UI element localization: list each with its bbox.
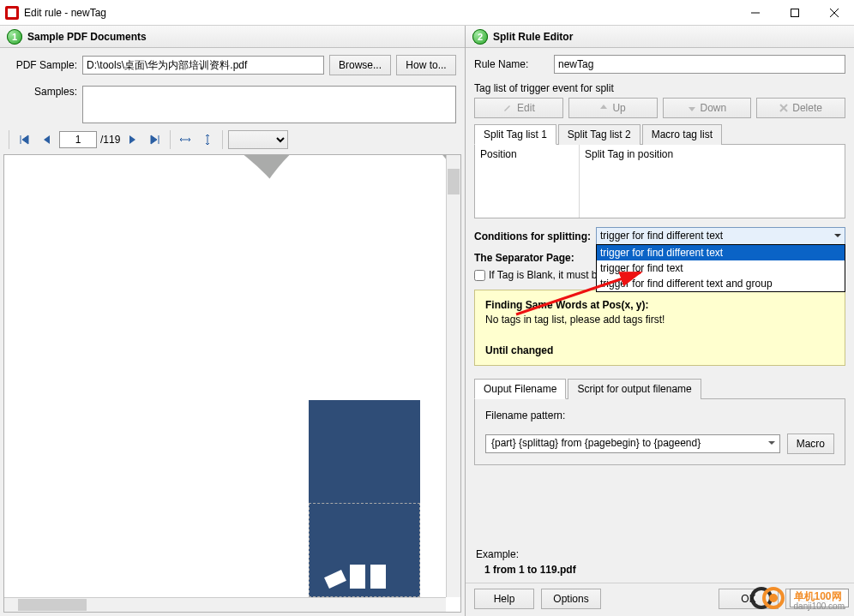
pattern-label: Filename pattern: bbox=[485, 410, 834, 422]
options-button[interactable]: Options bbox=[541, 589, 601, 609]
macro-button[interactable]: Macro bbox=[787, 434, 834, 454]
info-box: Finding Same Words at Pos(x, y): No tags… bbox=[474, 290, 845, 366]
output-panel: Filename pattern: {part} {splittag} from… bbox=[474, 399, 845, 465]
help-button[interactable]: Help bbox=[474, 589, 534, 609]
tab-output-filename[interactable]: Ouput Filename bbox=[474, 379, 566, 399]
window-title: Edit rule - newTag bbox=[24, 7, 736, 19]
example-value: 1 from 1 to 119.pdf bbox=[476, 564, 844, 576]
conditions-option[interactable]: trigger for find text bbox=[597, 260, 845, 276]
title-bar: Edit rule - newTag bbox=[0, 0, 854, 26]
fit-height-button[interactable] bbox=[198, 130, 217, 149]
conditions-value[interactable]: trigger for find different text bbox=[596, 227, 845, 245]
page-total-label: /119 bbox=[100, 134, 120, 146]
delete-button[interactable]: Delete bbox=[756, 98, 845, 118]
rule-name-input[interactable] bbox=[554, 55, 845, 74]
last-page-button[interactable] bbox=[146, 130, 165, 149]
tab-macro-tag-list[interactable]: Macro tag list bbox=[642, 124, 722, 145]
pdf-sample-input[interactable] bbox=[82, 56, 324, 75]
maximize-button[interactable] bbox=[775, 0, 815, 26]
col-position: Position bbox=[475, 145, 580, 218]
conditions-option[interactable]: trigger for find different text bbox=[597, 245, 845, 260]
page-nav-toolbar: /119 bbox=[0, 127, 465, 154]
conditions-option[interactable]: trigger for find different text and grou… bbox=[597, 276, 845, 291]
right-header: 2 Split Rule Editor bbox=[466, 26, 854, 48]
tab-split-tag-list-1[interactable]: Split Tag list 1 bbox=[474, 124, 556, 145]
howto-button[interactable]: How to... bbox=[396, 55, 456, 75]
example-label: Example: bbox=[476, 548, 844, 560]
left-header: 1 Sample PDF Documents bbox=[0, 26, 465, 48]
taglist-label: Tag list of trigger event for split bbox=[474, 82, 845, 94]
vertical-scrollbar[interactable] bbox=[446, 155, 460, 597]
browse-button[interactable]: Browse... bbox=[329, 55, 391, 75]
right-panel: 2 Split Rule Editor Rule Name: Tag list … bbox=[466, 26, 854, 616]
info-box-heading: Finding Same Words at Pos(x, y): bbox=[485, 299, 834, 311]
down-button[interactable]: Down bbox=[663, 98, 752, 118]
pdf-preview[interactable] bbox=[3, 154, 461, 613]
prev-page-button[interactable] bbox=[37, 130, 56, 149]
up-button[interactable]: Up bbox=[568, 98, 658, 118]
svg-rect-1 bbox=[791, 9, 799, 16]
samples-label: Samples: bbox=[9, 86, 77, 98]
tag-table[interactable]: Position Split Tag in position bbox=[474, 145, 845, 218]
conditions-label: Conditions for splitting: bbox=[474, 230, 591, 242]
pdf-canvas bbox=[4, 155, 446, 597]
pattern-input[interactable]: {part} {splittag} from {pagebegin} to {p… bbox=[485, 434, 780, 453]
close-button[interactable] bbox=[815, 0, 854, 26]
rule-name-label: Rule Name: bbox=[474, 58, 547, 70]
app-icon bbox=[5, 6, 19, 20]
step-2-badge: 2 bbox=[472, 29, 488, 45]
watermark-domain: danji100.com bbox=[794, 602, 845, 612]
fit-width-button[interactable] bbox=[176, 130, 195, 149]
watermark-logo-icon bbox=[750, 585, 786, 611]
horizontal-scrollbar[interactable] bbox=[4, 597, 446, 612]
next-page-button[interactable] bbox=[123, 130, 142, 149]
info-box-footer: Until changed bbox=[485, 344, 834, 356]
zoom-select[interactable] bbox=[228, 130, 288, 149]
conditions-dropdown[interactable]: trigger for find different text trigger … bbox=[596, 227, 845, 245]
col-splittag: Split Tag in position bbox=[580, 145, 845, 218]
example-section: Example: 1 from 1 to 119.pdf bbox=[474, 541, 845, 583]
info-box-message: No tags in tag list, please add tags fir… bbox=[485, 314, 834, 326]
taglist-tabs: Split Tag list 1 Split Tag list 2 Macro … bbox=[474, 123, 845, 145]
tab-split-tag-list-2[interactable]: Split Tag list 2 bbox=[558, 124, 640, 145]
edit-button[interactable]: Edit bbox=[474, 98, 563, 118]
watermark: 单机100网 danji100.com bbox=[750, 585, 849, 611]
conditions-options: trigger for find different text trigger … bbox=[596, 244, 845, 292]
step-1-badge: 1 bbox=[7, 29, 22, 45]
output-tabs: Ouput Filename Script for output filenam… bbox=[474, 378, 845, 399]
first-page-button[interactable] bbox=[15, 130, 33, 149]
watermark-name: 单机100网 bbox=[794, 591, 845, 602]
pdf-sample-label: PDF Sample: bbox=[9, 59, 77, 71]
tab-script-output[interactable]: Script for output filename bbox=[568, 379, 701, 399]
blank-tag-checkbox[interactable] bbox=[474, 270, 485, 281]
left-panel: 1 Sample PDF Documents PDF Sample: Brows… bbox=[0, 26, 466, 616]
minimize-button[interactable] bbox=[736, 0, 775, 26]
page-number-input[interactable] bbox=[59, 131, 97, 148]
samples-listbox[interactable] bbox=[82, 86, 456, 123]
right-header-title: Split Rule Editor bbox=[493, 31, 573, 43]
left-header-title: Sample PDF Documents bbox=[27, 31, 147, 43]
